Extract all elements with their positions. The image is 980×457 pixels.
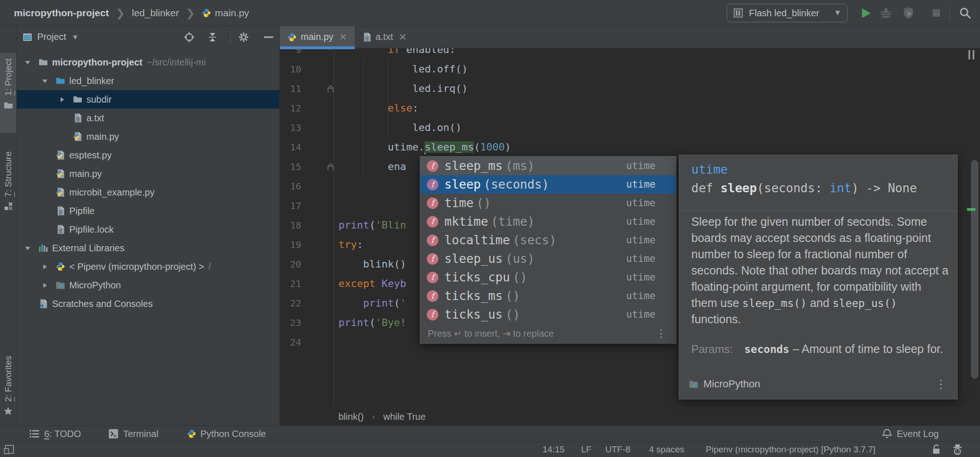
tree-item-external-libraries[interactable]: External Libraries	[17, 239, 279, 257]
line-number[interactable]: 18	[280, 215, 301, 235]
line-number[interactable]: 12	[280, 98, 301, 118]
chevron-right-icon[interactable]	[41, 282, 48, 289]
tree-item-microbit-example-py[interactable]: microbit_example.py	[17, 183, 279, 202]
line-number[interactable]: 16	[280, 176, 301, 196]
chevron-down-icon[interactable]	[24, 59, 31, 66]
chevron-down-icon: ▼	[834, 8, 841, 18]
highlighting-level-icon[interactable]	[952, 442, 963, 457]
error-stripe-mark[interactable]	[967, 208, 975, 211]
tree-item-led-blinker[interactable]: led_blinker	[17, 72, 279, 90]
close-icon[interactable]: ✕	[339, 32, 347, 43]
completion-item-sleep[interactable]: fsleep(seconds)utime	[420, 175, 676, 194]
line-number[interactable]: 20	[280, 255, 301, 274]
doc-module-link[interactable]: utime	[691, 163, 728, 176]
tool-window-button-terminal[interactable]: Terminal	[108, 426, 159, 442]
tree-item-main-py[interactable]: main.py	[17, 164, 279, 183]
indent-style[interactable]: 4 spaces	[649, 442, 684, 457]
project-view-select[interactable]: Project ▼	[22, 32, 79, 42]
line-number[interactable]: 17	[280, 196, 301, 215]
code-line-12[interactable]: 12 else:	[280, 98, 980, 118]
tree-item-pipfile[interactable]: Pipfile	[17, 202, 279, 220]
breadcrumb-item[interactable]: micropython-project	[14, 7, 109, 19]
tree-item-pipfile-lock[interactable]: Pipfile.lock	[17, 220, 279, 239]
tree-item-micropython[interactable]: MicroPython	[17, 276, 279, 294]
line-number[interactable]: 14	[280, 137, 301, 157]
completion-item-sleep_ms[interactable]: fsleep_ms(ms)utime	[420, 157, 676, 175]
tree-item-main-py[interactable]: main.py	[17, 127, 279, 146]
chevron-right-icon[interactable]	[41, 263, 48, 270]
more-options-icon[interactable]: ⋮	[935, 377, 947, 392]
collapse-all-button[interactable]	[206, 31, 219, 43]
caret-position[interactable]: 14:15	[543, 442, 565, 457]
fold-marker-icon[interactable]	[326, 161, 335, 172]
tool-window-tab-structure[interactable]: 7: Structure	[0, 146, 16, 253]
code-line-14[interactable]: 14 utime.sleep_ms(1000)	[280, 137, 980, 157]
chevron-down-icon[interactable]	[24, 245, 31, 252]
code-line-11[interactable]: 11 led.irq()	[280, 79, 980, 98]
tool-window-toggle-icon[interactable]	[4, 442, 15, 457]
chevron-down-icon[interactable]	[41, 78, 48, 85]
line-number[interactable]: 19	[280, 235, 301, 255]
file-encoding[interactable]: UTF-8	[605, 442, 630, 457]
code-line-13[interactable]: 13 led.on()	[280, 118, 980, 137]
close-icon[interactable]: ✕	[398, 32, 407, 43]
hide-panel-button[interactable]	[263, 31, 275, 43]
chevron-right-icon[interactable]	[59, 96, 66, 103]
editor-scrollbar-thumb[interactable]	[971, 160, 978, 379]
tree-item--pipenv-micropython-project-[interactable]: < Pipenv (micropython-project) >/	[17, 257, 279, 276]
completion-module: utime	[626, 290, 669, 301]
editor-breadcrumbs: blink()›while True	[280, 408, 980, 425]
settings-gear-icon[interactable]	[238, 31, 250, 43]
completion-item-mktime[interactable]: fmktime(time)utime	[420, 212, 676, 231]
breadcrumb-item[interactable]: main.py	[202, 7, 249, 19]
completion-item-ticks_ms[interactable]: fticks_ms()utime	[420, 287, 676, 305]
code-line-9[interactable]: 9 if enabled:	[280, 48, 980, 59]
line-number[interactable]: 23	[280, 313, 301, 333]
line-number[interactable]: 22	[280, 294, 301, 313]
completion-item-sleep_us[interactable]: fsleep_us(us)utime	[420, 249, 676, 268]
select-opened-file-button[interactable]	[183, 31, 195, 43]
line-number[interactable]: 15	[280, 157, 301, 176]
tree-item-micropython-project[interactable]: micropython-project~/src/intellij-mi	[17, 53, 279, 72]
tree-item-label: main.py	[86, 131, 119, 142]
textfile-icon	[362, 32, 371, 42]
completion-item-time[interactable]: ftime()utime	[420, 194, 676, 212]
completion-item-localtime[interactable]: flocaltime(secs)utime	[420, 231, 676, 249]
tool-window-tab-project[interactable]: 1: Project	[0, 53, 16, 133]
completion-item-ticks_cpu[interactable]: fticks_cpu()utime	[420, 268, 676, 287]
line-separator[interactable]: LF	[581, 442, 591, 457]
run-with-coverage-button[interactable]	[902, 7, 915, 20]
code-line-10[interactable]: 10 led.off()	[280, 59, 980, 79]
line-number[interactable]: 10	[280, 59, 301, 79]
editor-tab-main-py[interactable]: main.py✕	[280, 26, 355, 48]
run-button[interactable]	[859, 7, 872, 20]
debug-button[interactable]	[880, 7, 893, 20]
readonly-toggle-icon[interactable]	[932, 442, 941, 457]
stop-button[interactable]	[930, 7, 943, 20]
line-number[interactable]: 11	[280, 79, 301, 98]
breadcrumb-item[interactable]: blink()	[338, 411, 364, 422]
completion-item-ticks_us[interactable]: fticks_us()utime	[420, 305, 676, 324]
tree-item-a-txt[interactable]: a.txt	[17, 109, 279, 127]
line-number[interactable]: 24	[280, 333, 301, 352]
editor-tab-a-txt[interactable]: a.txt✕	[355, 26, 414, 48]
line-number[interactable]: 13	[280, 118, 301, 137]
event-log-button[interactable]: Event Log	[881, 426, 939, 442]
run-config-select[interactable]: Flash led_blinker ▼	[727, 4, 848, 22]
search-everywhere-icon[interactable]	[959, 7, 972, 20]
pin-columns-icon[interactable]	[968, 50, 974, 59]
tree-item-subdir[interactable]: subdir	[17, 90, 279, 109]
line-number[interactable]: 21	[280, 274, 301, 294]
interpreter-selector[interactable]: Pipenv (micropython-project) [Python 3.7…	[706, 442, 875, 457]
fold-marker-icon[interactable]	[326, 83, 335, 94]
line-number[interactable]: 9	[280, 48, 301, 59]
more-options-icon[interactable]: ⋮	[656, 327, 669, 340]
breadcrumb-item[interactable]: while True	[383, 411, 425, 422]
tree-item-esptest-py[interactable]: esptest.py	[17, 146, 279, 164]
tree-item-scratches-and-consoles[interactable]: Scratches and Consoles	[17, 294, 279, 313]
doc-source: MicroPython	[689, 378, 760, 390]
tool-window-button-console[interactable]: Python Console	[187, 426, 266, 442]
tool-window-button-todo[interactable]: 6: TODO	[29, 426, 81, 442]
breadcrumb-item[interactable]: led_blinker	[132, 7, 179, 19]
tree-item-label: esptest.py	[69, 150, 112, 161]
